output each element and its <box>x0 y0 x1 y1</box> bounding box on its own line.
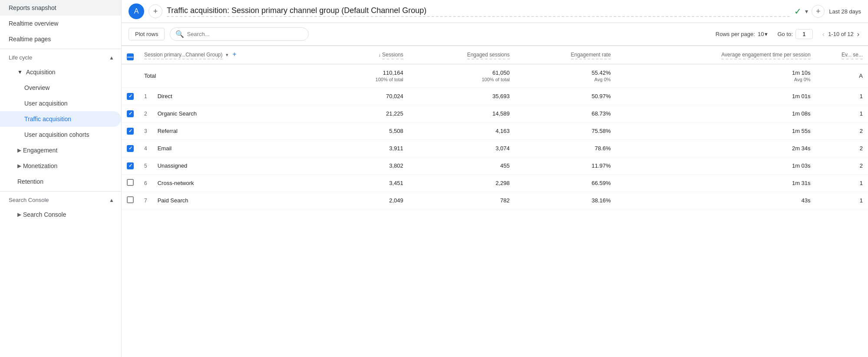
select-all-checkbox[interactable]: — <box>127 53 134 60</box>
sidebar-item-label: Realtime overview <box>9 20 58 27</box>
sessions-cell: 2,049 <box>332 192 409 209</box>
checkbox-cell[interactable]: ✓ <box>122 157 139 175</box>
total-events-per-session: A <box>816 64 868 88</box>
goto-input[interactable] <box>795 29 813 39</box>
sidebar-item-acquisition[interactable]: ▼ Acquisition <box>0 64 121 80</box>
sidebar-item-retention[interactable]: Retention <box>0 174 121 189</box>
sidebar-item-search-console[interactable]: ▶ Search Console <box>0 207 121 222</box>
next-page-button[interactable]: › <box>855 30 861 39</box>
sidebar-item-monetization[interactable]: ▶ Monetization <box>0 158 121 174</box>
avg-engagement-time-col-header: Average engagement time per session <box>616 46 816 64</box>
row-number: 4 <box>139 140 152 157</box>
channel-name-cell[interactable]: Direct <box>152 88 332 105</box>
dimension-col-header: Session primary...Channel Group) ▾ + <box>139 46 332 64</box>
row-number: 1 <box>139 88 152 105</box>
row-number: 6 <box>139 175 152 192</box>
events-per-session-col-header: Ev... se... <box>816 46 868 64</box>
row-checkbox[interactable]: ✓ <box>127 93 134 100</box>
engaged-sessions-cell: 2,298 <box>409 175 515 192</box>
sidebar-item-realtime-pages[interactable]: Realtime pages <box>0 31 121 47</box>
sidebar-item-traffic-acquisition[interactable]: Traffic acquisition <box>0 111 121 127</box>
row-checkbox[interactable] <box>127 179 134 186</box>
channel-name-cell[interactable]: Email <box>152 140 332 157</box>
channel-name-cell[interactable]: Unassigned <box>152 157 332 175</box>
sidebar-item-label: Monetization <box>23 162 57 169</box>
channel-name-cell[interactable]: Paid Search <box>152 192 332 209</box>
engaged-sessions-col-header: Engaged sessions <box>409 46 515 64</box>
sidebar-item-reports-snapshot[interactable]: Reports snapshot <box>0 0 121 16</box>
engagement-rate-cell: 50.97% <box>515 88 616 105</box>
page-title: Traffic acquisition: Session primary cha… <box>167 6 790 17</box>
channel-name-cell[interactable]: Referral <box>152 122 332 140</box>
checkbox-cell[interactable]: ✓ <box>122 105 139 122</box>
events-per-session-cell: 2 <box>816 140 868 157</box>
total-row: Total 110,164 100% of total 61,050 100% … <box>122 64 868 88</box>
sessions-cell: 70,024 <box>332 88 409 105</box>
select-all-header[interactable]: — <box>122 46 139 64</box>
checkbox-cell[interactable] <box>122 192 139 209</box>
chevron-up-icon: ▲ <box>109 197 114 203</box>
sidebar-item-engagement[interactable]: ▶ Engagement <box>0 142 121 158</box>
date-range-label[interactable]: Last 28 days <box>829 8 861 15</box>
avatar[interactable]: A <box>129 3 144 19</box>
table-area: Plot rows 🔍 Rows per page: 10 ▾ Go to: ‹… <box>122 23 868 357</box>
engaged-sessions-cell: 3,074 <box>409 140 515 157</box>
chevron-down-icon[interactable]: ▾ <box>805 8 808 15</box>
total-checkbox-cell <box>122 64 139 88</box>
avg-engagement-time-cell: 1m 08s <box>616 105 816 122</box>
avg-engagement-time-cell: 1m 55s <box>616 122 816 140</box>
checkbox-cell[interactable]: ✓ <box>122 122 139 140</box>
engaged-sessions-cell: 35,693 <box>409 88 515 105</box>
sessions-cell: 21,225 <box>332 105 409 122</box>
row-checkbox[interactable]: ✓ <box>127 128 134 135</box>
plot-rows-button[interactable]: Plot rows <box>129 28 165 40</box>
sidebar-item-label: Traffic acquisition <box>24 116 71 122</box>
chevron-up-icon: ▲ <box>109 55 114 61</box>
channel-name-cell[interactable]: Cross-network <box>152 175 332 192</box>
sidebar-item-label: Acquisition <box>26 69 56 76</box>
channel-name: Email <box>158 145 172 152</box>
sidebar-item-label: Realtime pages <box>9 36 51 43</box>
search-console-section-header[interactable]: Search Console ▲ <box>0 191 121 207</box>
total-engagement-rate: 55.42% Avg 0% <box>515 64 616 88</box>
row-checkbox[interactable]: ✓ <box>127 145 134 152</box>
prev-page-button[interactable]: ‹ <box>821 30 826 39</box>
sidebar-item-user-acquisition-cohorts[interactable]: User acquisition cohorts <box>0 127 121 142</box>
row-checkbox[interactable]: ✓ <box>127 110 134 117</box>
sidebar-item-label: Search Console <box>23 211 66 218</box>
checkbox-cell[interactable]: ✓ <box>122 88 139 105</box>
events-per-session-cell: 2 <box>816 157 868 175</box>
channel-name-cell[interactable]: Organic Search <box>152 105 332 122</box>
checkbox-cell[interactable]: ✓ <box>122 140 139 157</box>
events-per-session-cell: 1 <box>816 105 868 122</box>
sessions-cell: 3,802 <box>332 157 409 175</box>
engagement-rate-cell: 75.58% <box>515 122 616 140</box>
avg-engagement-time-cell: 1m 03s <box>616 157 816 175</box>
add-dimension-button[interactable]: + <box>232 50 236 58</box>
data-table: — Session primary...Channel Group) ▾ + ↓… <box>122 46 868 209</box>
table-row: ✓ 5 Unassigned 3,802 455 11.97% 1m 03s 2 <box>122 157 868 175</box>
add-tab-button[interactable]: + <box>149 4 162 18</box>
row-checkbox[interactable]: ✓ <box>127 162 134 169</box>
checkbox-cell[interactable] <box>122 175 139 192</box>
avg-engagement-time-cell: 2m 34s <box>616 140 816 157</box>
pagination-controls: ‹ 1-10 of 12 › <box>821 30 861 39</box>
lifecycle-section-header[interactable]: Life cycle ▲ <box>0 49 121 64</box>
section-label: Search Console <box>9 197 49 203</box>
search-input[interactable] <box>187 31 303 37</box>
rows-per-page-label: Rows per page: <box>716 31 755 37</box>
sidebar-item-label: Overview <box>24 84 50 91</box>
engagement-rate-cell: 66.59% <box>515 175 616 192</box>
channel-name: Organic Search <box>158 110 197 117</box>
sidebar-item-realtime-overview[interactable]: Realtime overview <box>0 16 121 31</box>
rows-per-page-select[interactable]: 10 ▾ <box>758 31 768 37</box>
row-number: 7 <box>139 192 152 209</box>
events-per-session-cell: 1 <box>816 175 868 192</box>
sidebar-item-overview[interactable]: Overview <box>0 80 121 96</box>
table-toolbar: Plot rows 🔍 Rows per page: 10 ▾ Go to: ‹… <box>122 23 868 46</box>
row-checkbox[interactable] <box>127 196 134 203</box>
add-comparison-button[interactable]: + <box>812 5 825 18</box>
sidebar-item-user-acquisition[interactable]: User acquisition <box>0 96 121 111</box>
sidebar-item-label: Reports snapshot <box>9 4 56 11</box>
dimension-dropdown-icon[interactable]: ▾ <box>226 52 228 57</box>
